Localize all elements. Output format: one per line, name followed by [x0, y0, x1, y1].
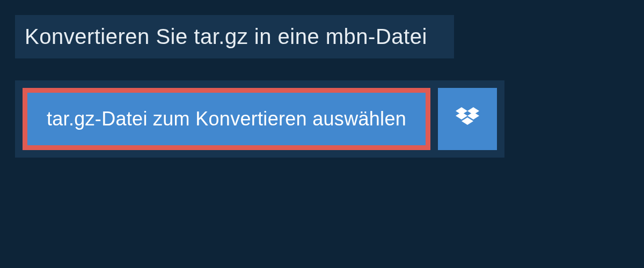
- dropbox-button[interactable]: [438, 88, 497, 150]
- select-file-label: tar.gz-Datei zum Konvertieren auswählen: [47, 108, 406, 130]
- header-panel: Konvertieren Sie tar.gz in eine mbn-Date…: [15, 15, 454, 58]
- dropbox-icon: [456, 107, 479, 131]
- page-title: Konvertieren Sie tar.gz in eine mbn-Date…: [25, 25, 427, 49]
- action-row: tar.gz-Datei zum Konvertieren auswählen: [15, 80, 504, 158]
- select-file-button[interactable]: tar.gz-Datei zum Konvertieren auswählen: [23, 88, 430, 150]
